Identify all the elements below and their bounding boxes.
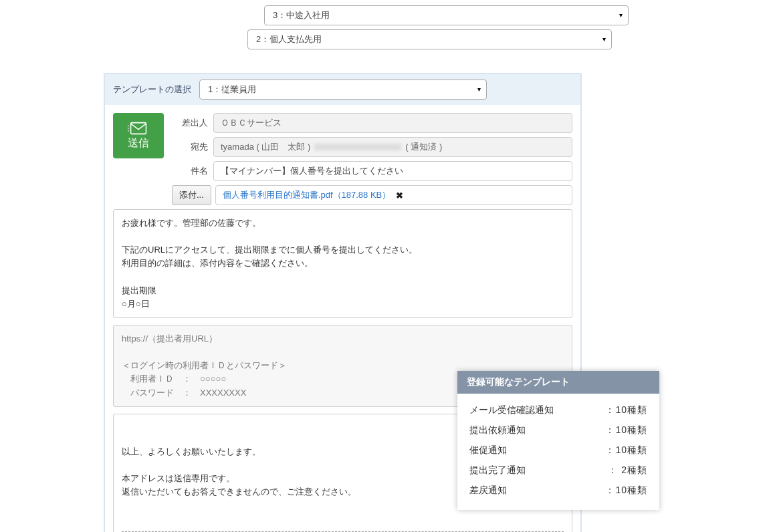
popup-row-key: メール受信確認通知 <box>469 404 554 416</box>
send-button-label: 送信 <box>128 136 149 150</box>
popup-row-key: 催促通知 <box>469 444 507 456</box>
template-select-1[interactable]: 1：従業員用 <box>199 80 487 100</box>
template-select-1-value: 1：従業員用 <box>208 84 256 94</box>
popup-body: メール受信確認通知：10種類提出依頼通知：10種類催促通知：10種類提出完了通知… <box>457 394 659 510</box>
popup-row-value: ：10種類 <box>605 444 647 456</box>
subject-input[interactable]: 【マイナンバー】個人番号を提出してください <box>213 161 572 181</box>
popup-row: 差戻通知：10種類 <box>469 481 647 501</box>
subject-label: 件名 <box>172 165 213 177</box>
popup-row-key: 差戻通知 <box>469 485 507 497</box>
fields: 差出人 ＯＢＣサービス 宛先 tyamada ( 山田 太郎 ) ( 通知済 )… <box>172 113 572 209</box>
popup-row-value: ： 2種類 <box>608 464 647 477</box>
popup-row: 提出依頼通知：10種類 <box>469 420 647 440</box>
popup-title: 登録可能なテンプレート <box>457 371 659 394</box>
send-button[interactable]: 送信 <box>113 113 164 158</box>
popup-row-value: ：10種類 <box>605 424 647 436</box>
email-body-top[interactable]: お疲れ様です。管理部の佐藤です。 下記のURLにアクセスして、提出期限までに個人… <box>113 209 572 318</box>
mail-icon <box>128 122 149 135</box>
from-label: 差出人 <box>172 117 213 129</box>
attach-button[interactable]: 添付... <box>172 185 211 205</box>
panel-header: テンプレートの選択 1：従業員用 <box>105 74 580 105</box>
template-types-popup: 登録可能なテンプレート メール受信確認通知：10種類提出依頼通知：10種類催促通… <box>457 371 659 510</box>
attachment-item: 個人番号利用目的通知書.pdf（187.88 KB） ✖ <box>215 185 572 205</box>
svg-rect-0 <box>131 122 146 134</box>
to-label: 宛先 <box>172 141 213 153</box>
to-input: tyamada ( 山田 太郎 ) ( 通知済 ) <box>213 137 572 157</box>
template-select-3[interactable]: 3：中途入社用 <box>264 5 629 25</box>
popup-row-key: 提出完了通知 <box>469 464 526 477</box>
popup-row-value: ：10種類 <box>605 485 647 497</box>
attachment-remove-icon[interactable]: ✖ <box>396 190 403 201</box>
popup-row: 催促通知：10種類 <box>469 440 647 460</box>
attachment-link[interactable]: 個人番号利用目的通知書.pdf（187.88 KB） <box>223 189 391 201</box>
redacted-email <box>314 144 401 150</box>
popup-row: メール受信確認通知：10種類 <box>469 400 647 420</box>
template-select-2[interactable]: 2：個人支払先用 <box>247 29 612 49</box>
popup-row: 提出完了通知： 2種類 <box>469 460 647 481</box>
template-select-2-value: 2：個人支払先用 <box>256 34 322 44</box>
template-select-3-value: 3：中途入社用 <box>273 10 330 20</box>
from-input: ＯＢＣサービス <box>213 113 572 133</box>
template-select-label: テンプレートの選択 <box>113 84 191 96</box>
popup-row-value: ：10種類 <box>605 404 647 416</box>
popup-row-key: 提出依頼通知 <box>469 424 526 436</box>
